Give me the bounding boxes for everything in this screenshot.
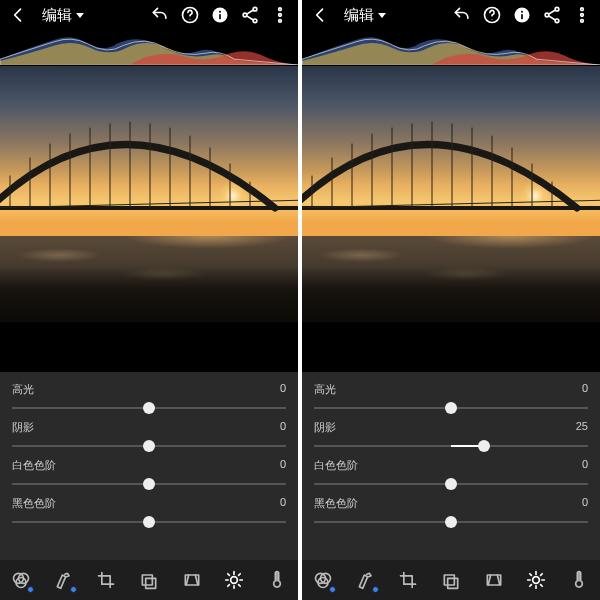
svg-rect-35 (521, 14, 523, 19)
sliders-panel: 高光 0 阴影 0 白色色阶 0 (0, 372, 298, 560)
title-text: 编辑 (344, 6, 374, 25)
svg-point-41 (581, 14, 584, 17)
bridge-shape (302, 116, 600, 256)
slider-label: 阴影 (314, 420, 336, 435)
more-icon[interactable] (572, 5, 592, 25)
svg-point-4 (219, 11, 221, 13)
svg-point-36 (521, 11, 523, 13)
image-preview[interactable] (302, 66, 600, 372)
slider-label: 黑色色阶 (12, 496, 56, 511)
title-text: 编辑 (42, 6, 72, 25)
slider-track[interactable] (12, 438, 286, 454)
slider-track[interactable] (314, 438, 588, 454)
editor-panel-right: 编辑 (302, 0, 600, 600)
bridge-shape (0, 116, 298, 256)
slider-whites: 白色色阶 0 (12, 458, 286, 492)
help-icon[interactable] (482, 5, 502, 25)
presets-tool[interactable] (136, 567, 162, 593)
sliders-panel: 高光 0 阴影 25 白色色阶 0 (302, 372, 600, 560)
svg-rect-60 (444, 575, 454, 585)
slider-track[interactable] (12, 514, 286, 530)
top-bar: 编辑 (0, 0, 298, 30)
help-icon[interactable] (180, 5, 200, 25)
back-icon[interactable] (8, 5, 28, 25)
temperature-tool[interactable] (566, 567, 592, 593)
geometry-tool[interactable] (481, 567, 507, 593)
slider-track[interactable] (314, 514, 588, 530)
slider-shadows: 阴影 0 (12, 420, 286, 454)
top-bar: 编辑 (302, 0, 600, 30)
svg-point-31 (231, 577, 238, 584)
geometry-tool[interactable] (179, 567, 205, 593)
screen-title[interactable]: 编辑 (42, 6, 84, 25)
image-preview[interactable] (0, 66, 298, 372)
svg-point-9 (279, 14, 282, 17)
dropdown-icon[interactable] (76, 13, 84, 18)
crop-tool[interactable] (395, 567, 421, 593)
slider-blacks: 黑色色阶 0 (12, 496, 286, 530)
share-icon[interactable] (542, 5, 562, 25)
slider-value: 0 (280, 420, 286, 435)
slider-value: 0 (280, 458, 286, 473)
slider-value: 0 (280, 382, 286, 397)
dropdown-icon[interactable] (378, 13, 386, 18)
undo-icon[interactable] (150, 5, 170, 25)
slider-label: 黑色色阶 (314, 496, 358, 511)
svg-point-1 (190, 19, 191, 20)
histogram (0, 30, 298, 66)
svg-point-33 (492, 19, 493, 20)
histogram (302, 30, 600, 66)
slider-highlights: 高光 0 (314, 382, 588, 416)
slider-track[interactable] (12, 400, 286, 416)
slider-label: 阴影 (12, 420, 34, 435)
editor-panel-left: 编辑 (0, 0, 298, 600)
svg-rect-3 (219, 14, 221, 19)
back-icon[interactable] (310, 5, 330, 25)
undo-icon[interactable] (452, 5, 472, 25)
info-icon[interactable] (512, 5, 532, 25)
slider-blacks: 黑色色阶 0 (314, 496, 588, 530)
light-tool[interactable] (221, 567, 247, 593)
more-icon[interactable] (270, 5, 290, 25)
slider-value: 0 (582, 382, 588, 397)
slider-value: 0 (582, 458, 588, 473)
slider-value: 25 (576, 420, 588, 435)
slider-track[interactable] (12, 476, 286, 492)
slider-highlights: 高光 0 (12, 382, 286, 416)
slider-label: 高光 (12, 382, 34, 397)
color-mix-tool[interactable] (8, 567, 34, 593)
screen-title[interactable]: 编辑 (344, 6, 386, 25)
light-tool[interactable] (523, 567, 549, 593)
slider-label: 高光 (314, 382, 336, 397)
presets-tool[interactable] (438, 567, 464, 593)
slider-label: 白色色阶 (314, 458, 358, 473)
slider-value: 0 (582, 496, 588, 511)
crop-tool[interactable] (93, 567, 119, 593)
healing-tool[interactable] (353, 567, 379, 593)
slider-label: 白色色阶 (12, 458, 56, 473)
slider-whites: 白色色阶 0 (314, 458, 588, 492)
slider-track[interactable] (314, 400, 588, 416)
svg-point-63 (533, 577, 540, 584)
slider-value: 0 (280, 496, 286, 511)
share-icon[interactable] (240, 5, 260, 25)
svg-rect-29 (146, 578, 156, 588)
temperature-tool[interactable] (264, 567, 290, 593)
bottom-toolbar (0, 560, 298, 600)
healing-tool[interactable] (51, 567, 77, 593)
svg-point-40 (581, 8, 584, 11)
info-icon[interactable] (210, 5, 230, 25)
bottom-toolbar (302, 560, 600, 600)
slider-shadows: 阴影 25 (314, 420, 588, 454)
svg-rect-61 (448, 578, 458, 588)
svg-point-10 (279, 20, 282, 23)
color-mix-tool[interactable] (310, 567, 336, 593)
svg-point-42 (581, 20, 584, 23)
svg-point-8 (279, 8, 282, 11)
slider-track[interactable] (314, 476, 588, 492)
svg-rect-28 (142, 575, 152, 585)
